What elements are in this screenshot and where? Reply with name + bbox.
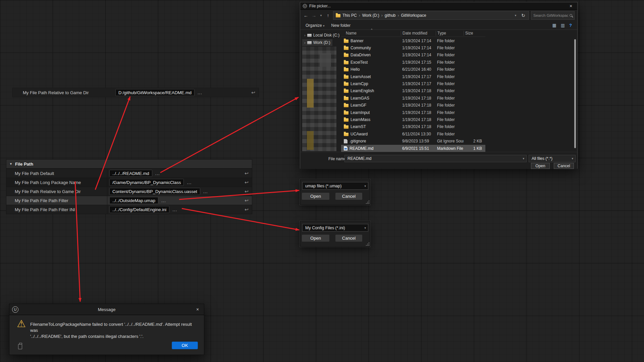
browse-ellipsis-button[interactable]: ...: [172, 207, 177, 212]
file-row[interactable]: .gitignore 9/8/2023 13:59 Git Ignore Sou…: [341, 137, 485, 144]
ok-button[interactable]: OK: [172, 342, 198, 349]
column-header-date[interactable]: Date modified: [401, 31, 436, 36]
reset-to-default-icon[interactable]: ↩: [245, 198, 249, 203]
file-name-combobox[interactable]: README.md ▾: [344, 155, 527, 162]
breadcrumb-item[interactable]: GitWorkspace: [401, 13, 426, 18]
view-large-icon[interactable]: ▦: [552, 23, 556, 28]
help-icon[interactable]: ?: [569, 23, 572, 28]
preview-pane-icon[interactable]: ▥: [561, 23, 565, 28]
file-row[interactable]: LearnST 1/19/2024 17:18 File folder: [341, 123, 485, 130]
reset-to-default-icon[interactable]: ↩: [245, 189, 249, 194]
address-bar[interactable]: This PC › Work (D:) › github › GitWorksp…: [333, 11, 529, 20]
reset-to-default-icon[interactable]: ↩: [251, 90, 255, 95]
column-header-type[interactable]: Type: [436, 31, 464, 36]
up-icon[interactable]: ↑: [325, 13, 331, 18]
tree-expand-icon[interactable]: ›: [304, 33, 306, 37]
open-button[interactable]: Open: [302, 234, 330, 242]
cancel-button[interactable]: Cancel: [335, 192, 363, 200]
censored-block: [307, 79, 314, 108]
breadcrumb-label: GitWorkspace: [401, 13, 426, 18]
file-type: File folder: [436, 46, 464, 50]
property-value-box[interactable]: ../../Config/DefaultEngine.ini: [109, 206, 169, 213]
browse-ellipsis-button[interactable]: ...: [161, 198, 166, 203]
resize-grip[interactable]: [366, 200, 369, 204]
address-chevron-icon[interactable]: ▾: [514, 14, 518, 17]
file-name: README.md: [350, 146, 373, 151]
details-row: My File Path File Path Filter INI ../../…: [6, 205, 252, 214]
close-icon[interactable]: ×: [194, 307, 201, 312]
sidebar-item-work-d[interactable]: › Work (D:): [302, 39, 332, 46]
reset-to-default-icon[interactable]: ↩: [245, 180, 249, 185]
filter-combobox[interactable]: My Config Files (*.ini) ▾: [302, 224, 368, 232]
resize-grip[interactable]: [366, 242, 369, 246]
navigation-bar: ← → ▾ ↑ This PC › Work (D:) › github › G…: [300, 10, 577, 21]
file-date: 1/19/2024 17:18: [401, 117, 436, 122]
sidebar-item-local-disk-c[interactable]: › Local Disk (C:): [302, 32, 341, 39]
file-row[interactable]: LearnEnglish 1/19/2024 17:18 File folder: [341, 87, 485, 95]
property-value-box[interactable]: /Game/Dynamic/BP_DynamicClass: [109, 179, 184, 186]
category-header-file-path[interactable]: ▼ File Path: [6, 160, 252, 169]
close-icon[interactable]: ×: [567, 3, 575, 9]
details-panel: ▼ File Path My File Path Default ../../.…: [6, 159, 252, 214]
property-value-box[interactable]: ../../OutsideMap.umap: [109, 197, 158, 204]
file-row[interactable]: LearnGF 1/19/2024 17:18 File folder: [341, 102, 485, 109]
censored-block: [307, 131, 314, 150]
scrollbar[interactable]: [574, 39, 576, 148]
reset-to-default-icon[interactable]: ↩: [245, 171, 249, 176]
file-row[interactable]: Community 1/19/2024 17:14 File folder: [341, 44, 485, 51]
filter-combobox[interactable]: umap files (*.umap) ▾: [302, 182, 368, 190]
file-row[interactable]: README.md 6/9/2021 15:51 Markdown File 1…: [341, 145, 485, 152]
browse-ellipsis-button[interactable]: ...: [198, 90, 202, 95]
chevron-down-icon: ▾: [572, 157, 573, 160]
disk-icon: [307, 34, 312, 37]
file-row[interactable]: LearnCpp 1/19/2024 17:17 File folder: [341, 80, 485, 87]
file-name: LearnGAS: [351, 96, 369, 101]
file-row[interactable]: Banner 1/19/2024 17:14 File folder: [341, 37, 485, 44]
file-row[interactable]: LearnMass 1/19/2024 17:18 File folder: [341, 116, 485, 123]
file-row[interactable]: LearnGAS 1/19/2024 17:18 File folder: [341, 95, 485, 102]
property-value-box[interactable]: D:/github/GitWorkspace/README.md: [115, 89, 195, 96]
open-button[interactable]: Open: [531, 163, 550, 169]
tree-expand-icon[interactable]: ›: [304, 41, 306, 45]
browse-ellipsis-button[interactable]: ...: [155, 171, 160, 176]
column-header-name[interactable]: Name: [341, 31, 401, 36]
file-row[interactable]: DataDriven 1/19/2024 17:14 File folder: [341, 52, 485, 59]
property-value-box[interactable]: ../../../README.md: [109, 170, 152, 177]
cancel-button[interactable]: Cancel: [554, 163, 574, 169]
file-picker-footer: File name: README.md ▾ All files (*.*) ▾…: [300, 152, 577, 169]
file-picker-titlebar[interactable]: U File picker... ×: [300, 2, 577, 10]
history-chevron-icon[interactable]: ▾: [319, 14, 323, 17]
copy-to-clipboard-icon[interactable]: [18, 344, 22, 349]
file-row[interactable]: ExcelTest 1/19/2024 17:15 File folder: [341, 59, 485, 66]
column-header-size[interactable]: Size: [464, 31, 485, 36]
file-row[interactable]: LearnAsset 1/19/2024 17:17 File folder: [341, 73, 485, 80]
file-type-combobox[interactable]: All files (*.*) ▾: [529, 155, 576, 162]
breadcrumb-item[interactable]: github ›: [385, 13, 399, 18]
search-input[interactable]: [533, 13, 568, 17]
file-row[interactable]: UCAward 6/11/2024 13:30 File folder: [341, 130, 485, 137]
forward-icon[interactable]: →: [311, 13, 317, 18]
file-row[interactable]: Hello 6/21/2024 16:40 File folder: [341, 66, 485, 73]
browse-ellipsis-button[interactable]: ...: [203, 189, 208, 194]
organize-button[interactable]: Organize ▾: [306, 23, 325, 28]
file-type: File folder: [436, 103, 464, 108]
file-icon: [344, 111, 348, 115]
breadcrumb-item[interactable]: This PC ›: [342, 13, 360, 18]
open-button[interactable]: Open: [302, 192, 330, 200]
expand-triangle-icon[interactable]: ▼: [9, 162, 12, 166]
file-list: Banner 1/19/2024 17:14 File folder Commu…: [341, 37, 485, 152]
refresh-icon[interactable]: ↻: [520, 13, 526, 18]
file-name: Banner: [351, 39, 364, 43]
property-value-box[interactable]: Content/Dynamic/BP_DynamicClass.uasset: [109, 188, 200, 195]
browse-ellipsis-button[interactable]: ...: [187, 180, 192, 185]
file-type: File folder: [436, 117, 464, 122]
new-folder-button[interactable]: New folder: [331, 23, 351, 28]
reset-to-default-icon[interactable]: ↩: [245, 207, 249, 212]
breadcrumb-item[interactable]: Work (D:) ›: [362, 13, 383, 18]
cancel-button[interactable]: Cancel: [335, 234, 363, 242]
back-icon[interactable]: ←: [303, 13, 309, 18]
file-name: ExcelTest: [351, 60, 368, 65]
breadcrumb-label: This PC: [342, 13, 357, 18]
message-titlebar[interactable]: U Message ×: [9, 304, 204, 315]
file-row[interactable]: LearnInput 1/19/2024 17:18 File folder: [341, 109, 485, 116]
